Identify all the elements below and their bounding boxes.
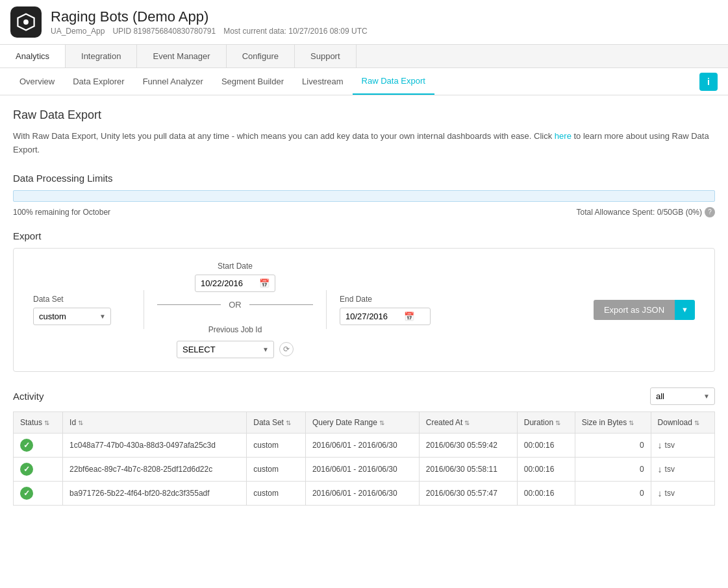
table-row: ✓ ba971726-5b22-4f64-bf20-82dc3f355adf c… <box>14 481 715 505</box>
activity-table: Status⇅ Id⇅ Data Set⇅ Query Date Range⇅ … <box>13 411 715 506</box>
allowance-help-icon[interactable]: ? <box>705 207 715 217</box>
sort-icon-duration[interactable]: ⇅ <box>555 419 560 426</box>
sub-nav-funnel-analyzer[interactable]: Funnel Analyzer <box>134 69 212 94</box>
or-row: OR <box>157 300 313 310</box>
cell-duration-2: 00:00:16 <box>517 481 575 505</box>
prev-job-select-wrapper: SELECT ▼ <box>177 341 274 358</box>
export-json-button[interactable]: Export as JSON <box>594 300 675 320</box>
app-meta: UA_Demo_App UPID 8198756840830780791 Mos… <box>51 27 368 36</box>
prev-job-label: Previous Job Id <box>208 325 262 334</box>
cell-id-0: 1c048a77-47b0-430a-88d3-0497afa25c3d <box>63 433 247 457</box>
download-link-2[interactable]: ↓ tsv <box>658 488 708 498</box>
limits-title: Data Processing Limits <box>13 173 715 184</box>
cell-status-1: ✓ <box>14 457 63 481</box>
info-button[interactable]: i <box>699 73 718 91</box>
top-nav-tab-analytics[interactable]: Analytics <box>0 45 66 67</box>
dataset-select[interactable]: custom appRunning deviceInfo <box>33 308 111 325</box>
end-date-calendar-icon[interactable]: 📅 <box>404 312 414 321</box>
cell-download-0: ↓ tsv <box>651 433 714 457</box>
col-dataset: Data Set⇅ <box>247 411 306 433</box>
dataset-col: Data Set custom appRunning deviceInfo ▼ <box>27 295 144 325</box>
top-nav-tab-event-manager[interactable]: Event Manager <box>137 45 226 67</box>
cell-size-1: 0 <box>575 457 651 481</box>
status-check-1: ✓ <box>20 463 33 476</box>
sub-nav-data-explorer[interactable]: Data Explorer <box>64 69 133 94</box>
cell-status-2: ✓ <box>14 481 63 505</box>
sub-nav: Overview Data Explorer Funnel Analyzer S… <box>0 68 728 95</box>
end-date-col: End Date 📅 <box>327 295 444 325</box>
activity-filter: all completed failed running ▼ <box>650 387 715 405</box>
export-btn-col: Export as JSON ▼ <box>594 300 701 320</box>
top-nav-tab-support[interactable]: Support <box>295 45 357 67</box>
col-id: Id⇅ <box>63 411 247 433</box>
sort-icon-status[interactable]: ⇅ <box>44 419 49 426</box>
cell-id-1: 22bf6eac-89c7-4b7c-8208-25df12d6d22c <box>63 457 247 481</box>
export-btn-group: Export as JSON ▼ <box>594 300 695 320</box>
export-box: Data Set custom appRunning deviceInfo ▼ … <box>13 248 715 372</box>
progress-allowance: Total Allowance Spent: 0/50GB (0%) ? <box>577 207 715 217</box>
or-line-right <box>249 304 313 305</box>
app-meta-data: Most current data: 10/27/2016 08:09 UTC <box>223 27 367 36</box>
sort-icon-dataset[interactable]: ⇅ <box>286 419 291 426</box>
prev-job-select[interactable]: SELECT <box>177 341 274 358</box>
start-date-input[interactable] <box>201 278 259 288</box>
cell-dataset-2: custom <box>247 481 306 505</box>
cell-download-2: ↓ tsv <box>651 481 714 505</box>
table-header-row: Status⇅ Id⇅ Data Set⇅ Query Date Range⇅ … <box>14 411 715 433</box>
page-description: With Raw Data Export, Unity lets you pul… <box>13 130 715 157</box>
end-date-input-wrapper: 📅 <box>340 308 431 325</box>
or-section: Start Date 📅 OR Previous Job Id SELECT ▼… <box>144 262 326 358</box>
export-title: Export <box>13 230 715 241</box>
sub-nav-livestream[interactable]: Livestream <box>293 69 353 94</box>
cell-created-at-1: 2016/06/30 05:58:11 <box>419 457 517 481</box>
prev-job-refresh-button[interactable]: ⟳ <box>279 342 294 356</box>
progress-meta: 100% remaining for October Total Allowan… <box>13 207 715 217</box>
end-date-input[interactable] <box>345 312 404 321</box>
sub-nav-raw-data-export[interactable]: Raw Data Export <box>353 68 434 95</box>
activity-filter-select[interactable]: all completed failed running <box>650 387 715 405</box>
sort-icon-size[interactable]: ⇅ <box>629 419 634 426</box>
cell-status-0: ✓ <box>14 433 63 457</box>
table-row: ✓ 22bf6eac-89c7-4b7c-8208-25df12d6d22c c… <box>14 457 715 481</box>
col-download: Download⇅ <box>651 411 714 433</box>
col-created-at: Created At⇅ <box>419 411 517 433</box>
app-meta-name: UA_Demo_App <box>51 27 105 36</box>
or-line-left <box>157 304 221 305</box>
top-nav: Analytics Integration Event Manager Conf… <box>0 45 728 68</box>
cell-duration-0: 00:00:16 <box>517 433 575 457</box>
sort-icon-date-range[interactable]: ⇅ <box>379 419 384 426</box>
activity-header: Activity all completed failed running ▼ <box>13 387 715 405</box>
cell-dataset-1: custom <box>247 457 306 481</box>
main-content: Raw Data Export With Raw Data Export, Un… <box>0 95 728 519</box>
sort-icon-download[interactable]: ⇅ <box>694 419 699 426</box>
desc-link[interactable]: here <box>555 131 571 141</box>
end-date-label: End Date <box>340 295 431 304</box>
cell-date-range-1: 2016/06/01 - 2016/06/30 <box>305 457 419 481</box>
allowance-text: Total Allowance Spent: 0/50GB (0%) <box>577 208 702 217</box>
app-meta-upid: UPID 8198756840830780791 <box>112 27 216 36</box>
col-duration: Duration⇅ <box>517 411 575 433</box>
cell-id-2: ba971726-5b22-4f64-bf20-82dc3f355adf <box>63 481 247 505</box>
app-header: Raging Bots (Demo App) UA_Demo_App UPID … <box>0 0 728 45</box>
cell-size-0: 0 <box>575 433 651 457</box>
table-row: ✓ 1c048a77-47b0-430a-88d3-0497afa25c3d c… <box>14 433 715 457</box>
activity-title: Activity <box>13 391 44 402</box>
top-nav-tab-integration[interactable]: Integration <box>66 45 137 67</box>
cell-date-range-2: 2016/06/01 - 2016/06/30 <box>305 481 419 505</box>
cell-size-2: 0 <box>575 481 651 505</box>
sub-nav-segment-builder[interactable]: Segment Builder <box>212 69 293 94</box>
cell-date-range-0: 2016/06/01 - 2016/06/30 <box>305 433 419 457</box>
start-date-calendar-icon[interactable]: 📅 <box>259 278 270 288</box>
sort-icon-id[interactable]: ⇅ <box>78 419 83 426</box>
top-nav-tab-configure[interactable]: Configure <box>227 45 295 67</box>
app-name: Raging Bots (Demo App) <box>51 8 368 25</box>
download-link-1[interactable]: ↓ tsv <box>658 464 708 474</box>
export-dropdown-button[interactable]: ▼ <box>675 300 695 320</box>
sort-icon-created-at[interactable]: ⇅ <box>464 419 470 426</box>
progress-remaining: 100% remaining for October <box>13 208 110 217</box>
activity-filter-wrapper: all completed failed running ▼ <box>650 387 715 405</box>
sub-nav-overview[interactable]: Overview <box>10 69 64 94</box>
dataset-label: Data Set <box>33 295 131 304</box>
download-link-0[interactable]: ↓ tsv <box>658 440 708 450</box>
svg-point-1 <box>23 19 29 25</box>
